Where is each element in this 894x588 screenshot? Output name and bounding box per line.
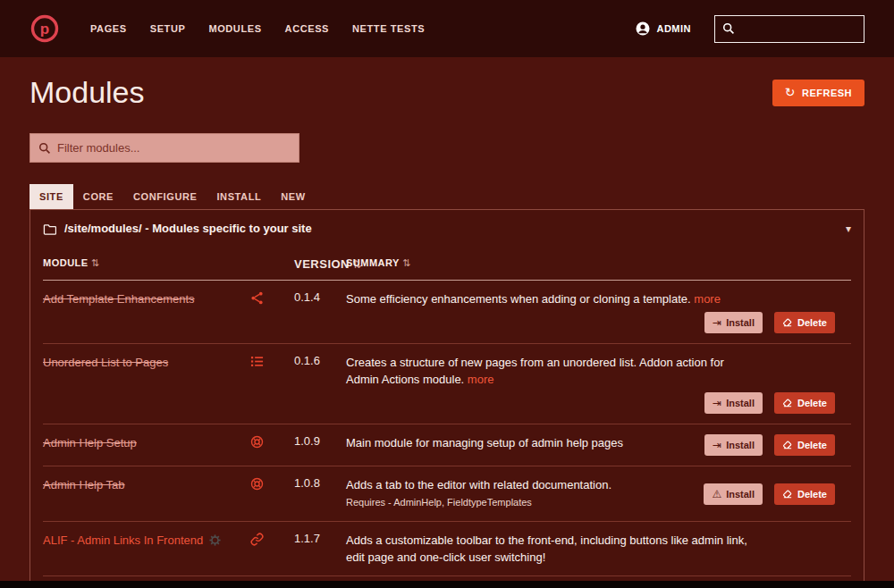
sort-icon: ⇅ [91, 257, 100, 268]
chevron-down-icon: ▾ [846, 223, 851, 235]
svg-text:p: p [40, 21, 49, 38]
more-link[interactable]: more [694, 292, 721, 306]
warning-icon: ⚠ [712, 488, 721, 500]
module-summary: Some efficiency enhancements when adding… [346, 290, 851, 333]
panel-title: /site/modules/ - Modules specific to you… [64, 222, 312, 235]
refresh-button[interactable]: ↻ REFRESH [772, 80, 864, 106]
filter-box [30, 133, 299, 163]
topbar-search-input[interactable] [740, 22, 856, 35]
refresh-icon: ↻ [785, 88, 796, 97]
sign-in-icon: ⇥ [713, 397, 721, 409]
row-actions: ⇥ Install Delete [346, 312, 835, 333]
module-version: 0.1.4 [287, 290, 346, 304]
module-summary: Adds a customizable toolbar to the front… [346, 532, 851, 566]
modules-table: MODULE⇅ VERSION⇅ SUMMARY⇅ Add Template E… [30, 257, 864, 588]
tab-configure[interactable]: CONFIGURE [123, 184, 207, 209]
sign-in-icon: ⇥ [713, 316, 721, 329]
panel-header[interactable]: /site/modules/ - Modules specific to you… [30, 210, 864, 247]
module-requires: Requires - AdminHelp, FieldtypeTemplates [346, 494, 704, 511]
user-menu[interactable]: ADMIN [636, 21, 691, 36]
module-summary: Adds a tab to the editor with related do… [346, 476, 851, 511]
column-header-icon-spacer [247, 257, 287, 271]
delete-button[interactable]: Delete [774, 434, 835, 456]
column-header-version[interactable]: VERSION⇅ [287, 257, 346, 271]
install-button[interactable]: ⇥ Install [704, 312, 763, 333]
eraser-icon [782, 398, 793, 408]
nav-item-nette-tests[interactable]: NETTE TESTS [352, 23, 425, 34]
page-title: Modules [30, 75, 145, 110]
module-version: 1.0.9 [287, 434, 346, 448]
site-modules-panel: /site/modules/ - Modules specific to you… [30, 209, 864, 588]
tab-core[interactable]: CORE [73, 184, 123, 209]
row-actions: ⇥ Install Delete [346, 392, 835, 414]
tab-site[interactable]: SITE [30, 184, 73, 209]
module-version: 1.0.8 [287, 476, 346, 490]
tab-new[interactable]: NEW [271, 184, 315, 209]
install-button[interactable]: ⚠ Install [704, 483, 763, 505]
user-label: ADMIN [656, 23, 691, 34]
eraser-icon [782, 440, 793, 450]
table-row: Unordered List to Pages 0.1.6 Creates a … [43, 344, 851, 424]
main-nav: PAGES SETUP MODULES ACCESS NETTE TESTS [90, 23, 425, 34]
tab-install[interactable]: INSTALL [207, 184, 271, 209]
topbar-search [714, 15, 864, 43]
row-actions: ⇥ Install Delete [704, 434, 835, 456]
module-name-link[interactable]: Admin Help Tab [43, 478, 125, 491]
module-name-link[interactable]: Unordered List to Pages [43, 356, 168, 369]
table-row: ALIF - Admin Links In Frontend [43, 522, 851, 576]
table-header: MODULE⇅ VERSION⇅ SUMMARY⇅ [43, 257, 851, 281]
page-header: Modules ↻ REFRESH [30, 75, 864, 110]
row-actions: ⚠ Install Delete [704, 483, 835, 505]
module-version: 0.1.6 [287, 354, 346, 367]
nav-item-access[interactable]: ACCESS [285, 23, 329, 34]
nav-item-pages[interactable]: PAGES [90, 23, 127, 34]
viewport-bottom-strip [0, 581, 894, 588]
processwire-logo[interactable]: p [30, 13, 60, 44]
delete-button[interactable]: Delete [774, 312, 835, 333]
module-summary: Main module for managing setup of admin … [346, 434, 851, 456]
nav-item-modules[interactable]: MODULES [208, 23, 261, 34]
module-version: 1.1.7 [287, 532, 346, 545]
topbar-right: ADMIN [636, 15, 864, 43]
nav-item-setup[interactable]: SETUP [150, 23, 186, 34]
install-button[interactable]: ⇥ Install [704, 392, 763, 414]
sort-icon: ⇅ [402, 257, 411, 268]
module-summary: Creates a structure of new pages from an… [346, 354, 851, 414]
sign-in-icon: ⇥ [713, 439, 721, 451]
life-ring-icon [247, 476, 287, 494]
top-bar: p PAGES SETUP MODULES ACCESS NETTE TESTS… [0, 0, 894, 57]
life-ring-icon [247, 434, 287, 452]
delete-button[interactable]: Delete [774, 483, 835, 505]
eraser-icon [782, 489, 793, 500]
table-row: Admin Help Setup 1.0.9 Main module for m… [43, 424, 851, 466]
more-link[interactable]: more [468, 373, 494, 386]
filter-modules-input[interactable] [57, 141, 291, 155]
search-icon [722, 22, 735, 35]
list-icon [247, 354, 287, 372]
share-nodes-icon [247, 290, 287, 308]
eraser-icon [782, 317, 793, 328]
module-name-link[interactable]: ALIF - Admin Links In Frontend [43, 533, 203, 547]
delete-button[interactable]: Delete [774, 392, 835, 414]
module-tabs: SITE CORE CONFIGURE INSTALL NEW [30, 184, 864, 209]
refresh-label: REFRESH [802, 88, 852, 98]
filter-search-icon [38, 142, 51, 155]
install-button[interactable]: ⇥ Install [704, 434, 763, 456]
module-name-link[interactable]: Admin Help Setup [43, 436, 137, 449]
module-name-link[interactable]: Add Template Enhancements [43, 292, 195, 306]
link-icon [247, 532, 287, 550]
table-row: Admin Help Tab 1.0.8 Adds a tab to the e… [43, 466, 851, 522]
column-header-module[interactable]: MODULE⇅ [43, 257, 247, 271]
folder-icon [43, 223, 56, 235]
column-header-summary[interactable]: SUMMARY⇅ [346, 257, 851, 271]
table-row: Add Template Enhancements 0.1.4 Some eff… [43, 281, 851, 344]
gear-icon[interactable] [209, 533, 221, 549]
user-icon [636, 21, 650, 36]
